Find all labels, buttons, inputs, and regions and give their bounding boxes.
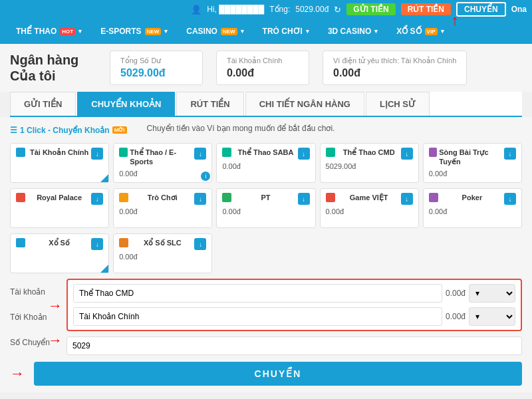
submit-row: → CHUYỂN	[10, 362, 522, 386]
wallet-val-esports: 0.00đ	[119, 170, 206, 178]
balance-card-main: Tài Khoản Chính 0.00đ	[216, 51, 309, 85]
badge-hot: HOT	[60, 28, 75, 35]
wallet-card-royal[interactable]: Royal Palace ↓	[10, 188, 109, 228]
balance-label-fav: Ví điện tử yêu thích: Tài Khoản Chính	[333, 57, 456, 65]
nav-casino[interactable]: CASINO NEW ▾	[177, 19, 253, 44]
balance-value-total: 5029.00đ	[120, 67, 192, 79]
nav-label-the-thao: THỂ THAO	[16, 27, 57, 36]
balance-card-fav: Ví điện tử yêu thích: Tài Khoản Chính 0.…	[323, 51, 467, 85]
wallet-card-game-viet[interactable]: Game VIỆT ↓ 0.00đ	[320, 188, 419, 228]
chuyen-top-button[interactable]: CHUYỂN	[456, 2, 506, 17]
transfer-form: Tài khoản Tới Khoản Số Chuyển → → 0.00đ …	[10, 279, 522, 355]
triangle-main	[100, 174, 108, 182]
wallet-grid-row1: Tài Khoản Chính ↓ Thể Thao / E-Sports ↓ …	[10, 143, 522, 183]
wallet-name-pt: PT	[261, 193, 270, 202]
user-label: Hi, ████████	[207, 5, 264, 14]
arrow-red-icon: ↑	[452, 12, 459, 29]
wallet-val-saba: 0.00đ	[222, 162, 309, 170]
rut-tien-button[interactable]: RÚT TIỀN	[401, 3, 451, 15]
wallet-name-xoso: Xổ Số	[49, 238, 70, 247]
badge-new-esports: NEW	[145, 28, 162, 35]
wallet-btn-main[interactable]: ↓	[91, 148, 103, 160]
wallet-card-poker[interactable]: Poker ↓ 0.00đ	[423, 188, 522, 228]
gui-tien-button[interactable]: GỬI TIỀN	[346, 3, 395, 15]
form-inputs-wrapper: → → 0.00đ ▾ 0.00đ ▾	[66, 279, 522, 355]
nav-3d-casino[interactable]: 3D CASINO ▾	[319, 19, 387, 44]
wallet-btn-pt[interactable]: ↓	[298, 193, 310, 205]
wallet-card-tro-choi[interactable]: Trò Chơi ↓ 0.00đ	[113, 188, 212, 228]
transfer-desc: Chuyển tiền vào Ví bạn mong muốn để bắt …	[147, 124, 335, 133]
wallet-card-xoso-slc[interactable]: Xổ Số SLC ↓ 0.00đ	[113, 233, 212, 273]
badge-vip: VIP	[425, 28, 438, 35]
balance-label-main: Tài Khoản Chính	[227, 57, 299, 65]
submit-button[interactable]: CHUYỂN	[34, 362, 522, 386]
wallet-card-esports[interactable]: Thể Thao / E-Sports ↓ 0.00đ i	[113, 143, 212, 183]
wallet-name-royal: Royal Palace	[37, 193, 82, 202]
tabs: GỬI TIỀN CHUYỂN KHOẢN RÚT TIỀN CHI TIẾT …	[10, 92, 522, 117]
wallet-val-poker: 0.00đ	[429, 207, 516, 215]
total-label: Tổng:	[269, 5, 290, 14]
total-value: 5029.00đ	[295, 5, 329, 14]
info-icon-esports: i	[201, 172, 210, 181]
wallet-val-pt: 0.00đ	[222, 207, 309, 215]
to-input[interactable]	[73, 307, 442, 326]
tab-gui-tien[interactable]: GỬI TIỀN	[10, 92, 76, 116]
wallet-btn-sonbai[interactable]: ↓	[504, 148, 516, 160]
badge-moi: MỚI	[112, 126, 127, 134]
triangle-xoso	[100, 265, 108, 273]
one-click-text: 1 Click - Chuyển Khoản	[20, 126, 110, 135]
arrow-left2-icon: →	[48, 332, 63, 349]
wallet-btn-tro-choi[interactable]: ↓	[194, 193, 206, 205]
tab-chuyen-khoan[interactable]: CHUYỂN KHOẢN	[77, 92, 175, 116]
wallet-name-game-viet: Game VIỆT	[350, 193, 388, 202]
wallet-grid-row3: Xổ Số ↓ Xổ Số SLC ↓ 0.00đ	[10, 233, 522, 273]
wallet-card-sonbai[interactable]: Sòng Bài Trực Tuyến ↓ 0.00đ	[423, 143, 522, 183]
user-icon: 👤	[191, 5, 201, 15]
chevron-tro-choi: ▾	[306, 28, 309, 35]
wallet-val-xoso-slc: 0.00đ	[119, 253, 206, 261]
wallet-btn-poker[interactable]: ↓	[504, 193, 516, 205]
wallet-btn-xoso[interactable]: ↓	[91, 238, 103, 250]
to-select[interactable]: ▾	[469, 307, 515, 326]
nav-esports[interactable]: E-SPORTS NEW ▾	[91, 19, 177, 44]
wallet-name-xoso-slc: Xổ Số SLC	[144, 238, 182, 247]
wallet-btn-cmd[interactable]: ↓	[401, 148, 413, 160]
from-balance: 0.00đ	[446, 289, 466, 298]
wallet-btn-xoso-slc[interactable]: ↓	[194, 238, 206, 250]
wallet-card-saba[interactable]: Thể Thao SABA ↓ 0.00đ	[216, 143, 315, 183]
page-title-line2: Của tôi	[10, 68, 56, 83]
balance-value-fav: 0.00đ	[333, 67, 456, 79]
from-input[interactable]	[73, 284, 442, 303]
click-icon: ☰	[10, 126, 17, 135]
arrow-left-icon: →	[48, 297, 63, 315]
wallet-val-cmd: 5029.00đ	[326, 162, 413, 170]
nav-the-thao[interactable]: THỂ THAO HOT ▾	[7, 19, 91, 44]
wallet-name-main: Tài Khoản Chính	[30, 148, 88, 157]
wallet-btn-saba[interactable]: ↓	[298, 148, 310, 160]
from-select[interactable]: ▾	[469, 284, 515, 303]
wallet-name-tro-choi: Trò Chơi	[148, 193, 178, 202]
tab-chi-tiet[interactable]: CHI TIẾT NGÂN HÀNG	[245, 92, 364, 116]
wallet-btn-esports[interactable]: ↓	[194, 148, 206, 160]
balance-card-total: Tổng Số Dư 5029.00đ	[110, 51, 203, 85]
chevron-the-thao: ▾	[78, 28, 82, 35]
balance-value-main: 0.00đ	[227, 67, 299, 79]
tab-rut-tien[interactable]: RÚT TIỀN	[176, 92, 243, 116]
tab-lich-su[interactable]: LỊCH SỬ	[366, 92, 430, 116]
wallet-card-pt[interactable]: PT ↓ 0.00đ	[216, 188, 315, 228]
wallet-btn-game-viet[interactable]: ↓	[401, 193, 413, 205]
chevron-casino: ▾	[241, 28, 244, 35]
refresh-icon[interactable]: ↻	[334, 5, 341, 15]
wallet-card-main[interactable]: Tài Khoản Chính ↓	[10, 143, 109, 183]
ona-label: Ona	[511, 5, 527, 14]
nav-label-casino: CASINO	[186, 27, 217, 36]
nav-label-3d-casino: 3D CASINO	[328, 27, 371, 36]
wallet-card-cmd[interactable]: Thể Thao CMD ↓ 5029.00đ	[320, 143, 419, 183]
amount-input[interactable]	[66, 336, 522, 355]
wallet-btn-royal[interactable]: ↓	[91, 193, 103, 205]
one-click-label: ☰ 1 Click - Chuyển Khoản MỚI	[10, 126, 127, 135]
wallet-name-sonbai: Sòng Bài Trực Tuyến	[439, 148, 504, 167]
nav-tro-choi[interactable]: TRÒ CHƠI ▾	[253, 19, 319, 44]
nav-xo-so[interactable]: XỔ SỐ VIP ▾ ↑	[387, 19, 453, 44]
wallet-card-xoso[interactable]: Xổ Số ↓	[10, 233, 109, 273]
